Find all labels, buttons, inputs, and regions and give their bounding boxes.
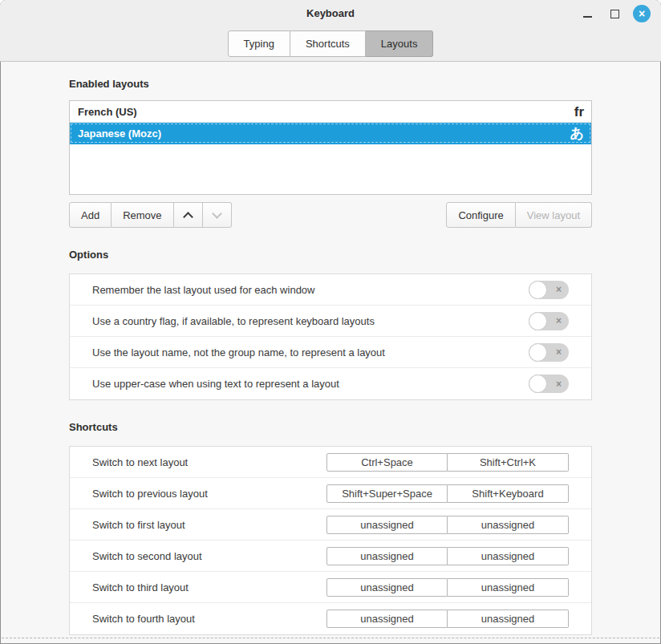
keybinding-pair: unassigned unassigned bbox=[326, 547, 569, 565]
window-header: Keyboard × Typing Shortcuts Layouts bbox=[0, 0, 661, 62]
maximize-icon bbox=[610, 10, 619, 18]
option-label: Remember the last layout used for each w… bbox=[92, 284, 314, 296]
keybinding-pair: unassigned unassigned bbox=[326, 578, 569, 597]
minimize-icon bbox=[583, 16, 592, 18]
minimize-button[interactable] bbox=[578, 4, 597, 23]
view-layout-button[interactable]: View layout bbox=[516, 202, 592, 228]
layout-list[interactable]: French (US) fr Japanese (Mozc) あ bbox=[69, 100, 592, 195]
layout-row-japanese[interactable]: Japanese (Mozc) あ bbox=[70, 123, 591, 144]
tab-bar: Typing Shortcuts Layouts bbox=[0, 30, 661, 57]
tab-layouts[interactable]: Layouts bbox=[366, 30, 434, 57]
keyboard-settings-window: Keyboard × Typing Shortcuts Layouts Enab… bbox=[0, 0, 661, 644]
layout-name: Japanese (Mozc) bbox=[78, 128, 161, 140]
add-layout-button[interactable]: Add bbox=[69, 202, 112, 228]
toggle-off-icon: × bbox=[556, 379, 562, 389]
toggle-knob bbox=[529, 281, 547, 299]
enabled-layouts-heading: Enabled layouts bbox=[69, 78, 592, 92]
keybinding-button-2[interactable]: unassigned bbox=[448, 547, 569, 565]
toggle-knob bbox=[529, 343, 547, 362]
titlebar[interactable]: Keyboard × bbox=[0, 0, 661, 26]
option-row-country-flag: Use a country flag, if available, to rep… bbox=[70, 306, 591, 337]
keybinding-button-2[interactable]: Shift+Keyboard bbox=[448, 484, 569, 503]
keybinding-button-1[interactable]: Ctrl+Space bbox=[326, 453, 448, 472]
layout-list-toolbar: Add Remove Configure View layout bbox=[69, 202, 592, 228]
layout-action-button-group: Configure View layout bbox=[446, 202, 592, 228]
shortcut-label: Switch to third layout bbox=[92, 581, 189, 593]
layouts-page: Enabled layouts French (US) fr Japanese … bbox=[0, 62, 661, 635]
keybinding-pair: unassigned unassigned bbox=[326, 610, 569, 628]
keybinding-pair: unassigned unassigned bbox=[326, 516, 569, 534]
keybinding-button-2[interactable]: Shift+Ctrl+K bbox=[448, 453, 569, 472]
shortcut-label: Switch to next layout bbox=[92, 456, 188, 468]
layout-indicator-icon: あ bbox=[570, 127, 584, 140]
option-row-remember-layout: Remember the last layout used for each w… bbox=[70, 274, 591, 306]
shortcut-row-next-layout: Switch to next layout Ctrl+Space Shift+C… bbox=[70, 447, 591, 478]
toggle-upper-case[interactable]: × bbox=[529, 375, 569, 393]
shortcut-label: Switch to previous layout bbox=[92, 488, 208, 500]
toggle-layout-name[interactable]: × bbox=[529, 343, 569, 362]
toggle-remember-layout[interactable]: × bbox=[529, 281, 569, 299]
toggle-knob bbox=[529, 312, 547, 330]
shortcuts-heading: Shortcuts bbox=[69, 421, 592, 435]
option-label: Use upper-case when using text to repres… bbox=[92, 378, 339, 390]
option-row-upper-case: Use upper-case when using text to repres… bbox=[70, 368, 591, 399]
options-box: Remember the last layout used for each w… bbox=[69, 273, 592, 400]
shortcut-row-first-layout: Switch to first layout unassigned unassi… bbox=[70, 509, 591, 541]
shortcut-row-fourth-layout: Switch to fourth layout unassigned unass… bbox=[70, 603, 591, 634]
keybinding-button-1[interactable]: unassigned bbox=[326, 578, 448, 597]
layout-name: French (US) bbox=[78, 106, 137, 118]
move-up-button[interactable] bbox=[174, 202, 203, 228]
keybinding-button-2[interactable]: unassigned bbox=[448, 516, 569, 534]
shortcut-row-second-layout: Switch to second layout unassigned unass… bbox=[70, 541, 591, 572]
configure-button[interactable]: Configure bbox=[446, 202, 515, 228]
option-label: Use the layout name, not the group name,… bbox=[92, 346, 385, 358]
toggle-off-icon: × bbox=[556, 316, 562, 326]
option-row-layout-name: Use the layout name, not the group name,… bbox=[70, 337, 591, 368]
toggle-off-icon: × bbox=[556, 347, 562, 357]
chevron-up-icon bbox=[183, 212, 193, 222]
toggle-off-icon: × bbox=[556, 285, 562, 294]
toggle-country-flag[interactable]: × bbox=[529, 312, 569, 330]
options-heading: Options bbox=[69, 249, 592, 263]
keybinding-button-1[interactable]: Shift+Super+Space bbox=[326, 484, 448, 503]
shortcut-label: Switch to second layout bbox=[92, 550, 202, 562]
remove-layout-button[interactable]: Remove bbox=[112, 202, 173, 228]
maximize-button[interactable] bbox=[605, 4, 624, 23]
tab-shortcuts[interactable]: Shortcuts bbox=[290, 30, 366, 57]
option-label: Use a country flag, if available, to rep… bbox=[92, 315, 375, 327]
keybinding-button-1[interactable]: unassigned bbox=[326, 516, 448, 534]
window-title: Keyboard bbox=[0, 7, 661, 19]
shortcuts-box: Switch to next layout Ctrl+Space Shift+C… bbox=[69, 446, 592, 635]
layout-row-french[interactable]: French (US) fr bbox=[70, 101, 591, 123]
keybinding-button-2[interactable]: unassigned bbox=[448, 610, 569, 628]
keybinding-pair: Ctrl+Space Shift+Ctrl+K bbox=[326, 453, 569, 472]
close-icon: × bbox=[633, 5, 651, 22]
layout-edit-button-group: Add Remove bbox=[69, 202, 232, 228]
close-button[interactable]: × bbox=[632, 4, 651, 23]
keybinding-pair: Shift+Super+Space Shift+Keyboard bbox=[326, 484, 569, 503]
shortcut-row-third-layout: Switch to third layout unassigned unassi… bbox=[70, 572, 591, 603]
chevron-down-icon bbox=[212, 209, 222, 219]
layout-indicator-icon: fr bbox=[574, 105, 584, 119]
keybinding-button-1[interactable]: unassigned bbox=[326, 547, 448, 565]
keybinding-button-1[interactable]: unassigned bbox=[326, 610, 448, 628]
keybinding-button-2[interactable]: unassigned bbox=[448, 578, 569, 597]
shortcut-label: Switch to fourth layout bbox=[92, 613, 195, 625]
move-down-button[interactable] bbox=[203, 202, 232, 228]
shortcut-label: Switch to first layout bbox=[92, 519, 185, 531]
shortcut-row-previous-layout: Switch to previous layout Shift+Super+Sp… bbox=[70, 478, 591, 509]
toggle-knob bbox=[529, 375, 547, 393]
window-controls: × bbox=[578, 4, 651, 23]
tab-typing[interactable]: Typing bbox=[228, 30, 290, 57]
bottom-dashed-border bbox=[2, 638, 659, 638]
